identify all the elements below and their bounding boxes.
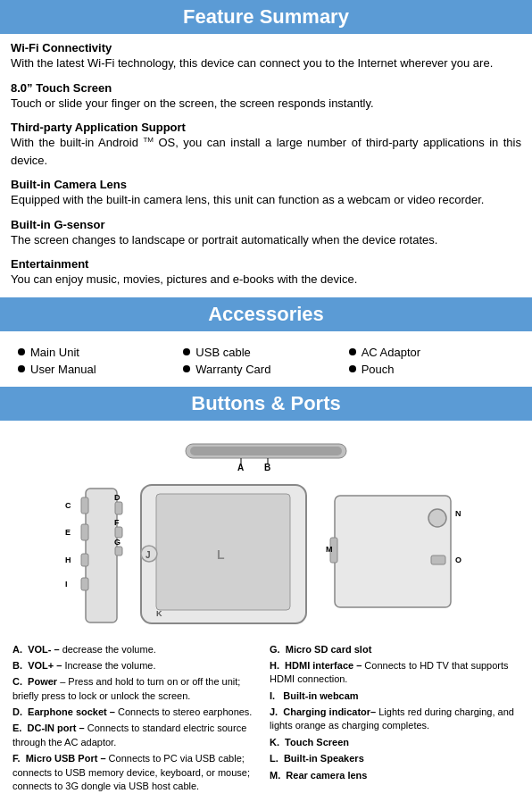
svg-rect-29 <box>431 556 445 564</box>
tablet-svg: J K L <box>137 480 315 628</box>
svg-text:M: M <box>326 545 333 554</box>
tablet-device: J K L <box>137 480 315 631</box>
btn-desc-c: C. Power – Press and hold to turn on or … <box>12 675 262 703</box>
accessory-label: Pouch <box>362 363 395 376</box>
btn-desc-j: J. Charging indicator– Lights red during… <box>270 706 520 733</box>
feature-summary-header: Feature Summary <box>0 0 532 34</box>
svg-text:O: O <box>455 556 461 564</box>
btn-desc-i: I. Built-in webcam <box>270 689 520 703</box>
feature-gsensor-text: The screen changes to landscape or portr… <box>11 231 521 249</box>
button-descriptions: A. VOL- – decrease the volume. B. VOL+ –… <box>0 639 532 800</box>
btn-desc-left-col: A. VOL- – decrease the volume. B. VOL+ –… <box>12 643 262 797</box>
feature-thirdparty-text: With the built-in Android TM OS, you can… <box>11 134 521 169</box>
feature-entertainment-title: Entertainment <box>11 257 521 271</box>
btn-desc-f: F. Micro USB Port – Connects to PC via U… <box>12 752 262 793</box>
feature-entertainment-text: You can enjoy music, movies, pictures an… <box>11 271 521 288</box>
bullet-icon <box>183 348 190 355</box>
bullet-icon <box>349 348 356 355</box>
feature-thirdparty: Third-party Application Support With the… <box>11 121 521 169</box>
accessory-ac-adaptor: AC Adaptor <box>349 346 514 359</box>
svg-text:I: I <box>65 580 68 589</box>
btn-desc-k: K. Touch Screen <box>270 736 520 749</box>
btn-desc-h: H. HDMI interface – Connects to HD TV th… <box>270 659 520 687</box>
feature-camera: Built-in Camera Lens Equipped with the b… <box>11 178 521 209</box>
accessory-main-unit: Main Unit <box>18 346 183 359</box>
accessory-label: Warranty Card <box>195 363 270 376</box>
top-bar-diagram: A B <box>16 437 516 477</box>
svg-text:N: N <box>455 509 461 518</box>
svg-text:K: K <box>156 609 162 618</box>
accessory-label: USB cable <box>195 346 250 359</box>
right-side-device: N O M <box>326 491 469 619</box>
svg-text:J: J <box>145 550 151 560</box>
svg-text:A: A <box>237 463 244 472</box>
svg-rect-12 <box>81 554 88 566</box>
svg-rect-13 <box>81 578 88 590</box>
accessory-warranty-card: Warranty Card <box>183 363 348 376</box>
main-diagram-row: C E H I D F G <box>16 480 516 631</box>
feature-thirdparty-title: Third-party Application Support <box>11 121 521 134</box>
svg-text:H: H <box>65 556 71 564</box>
accessories-header: Accessories <box>0 297 532 331</box>
device-diagram: A B <box>16 428 516 639</box>
bullet-icon <box>349 365 356 372</box>
svg-text:G: G <box>114 538 121 547</box>
left-side-svg: C E H I D F G <box>63 484 126 627</box>
left-side-device: C E H I D F G <box>63 484 126 627</box>
btn-desc-e: E. DC-IN port – Connects to standard ele… <box>12 722 262 749</box>
accessories-section: Accessories Main Unit USB cable AC Adapt… <box>0 297 532 383</box>
svg-text:L: L <box>217 547 225 562</box>
feature-summary-section: Feature Summary Wi-Fi Connectivity With … <box>0 0 532 288</box>
accessory-pouch: Pouch <box>349 363 514 376</box>
feature-gsensor-title: Built-in G-sensor <box>11 218 521 231</box>
svg-rect-10 <box>115 527 122 538</box>
feature-wifi: Wi-Fi Connectivity With the latest Wi-Fi… <box>11 41 521 72</box>
svg-rect-7 <box>81 497 88 514</box>
feature-summary-content: Wi-Fi Connectivity With the latest Wi-Fi… <box>0 41 532 288</box>
svg-rect-9 <box>81 524 88 540</box>
btn-desc-d: D. Earphone socket – Connects to stereo … <box>12 706 262 719</box>
svg-text:C: C <box>65 501 71 510</box>
accessories-grid: Main Unit USB cable AC Adaptor User Manu… <box>0 338 532 383</box>
svg-rect-6 <box>86 489 117 622</box>
btn-desc-g: G. Micro SD card slot <box>270 643 520 656</box>
btn-desc-right-col: G. Micro SD card slot H. HDMI interface … <box>270 643 520 797</box>
accessory-usb-cable: USB cable <box>183 346 348 359</box>
top-bar-svg: A B <box>177 437 355 477</box>
accessory-label: Main Unit <box>30 346 79 359</box>
svg-rect-1 <box>190 447 342 455</box>
svg-text:F: F <box>114 518 120 527</box>
accessory-label: AC Adaptor <box>362 346 421 359</box>
svg-rect-8 <box>115 502 122 514</box>
bullet-icon <box>18 365 25 372</box>
accessory-label: User Manual <box>30 363 96 376</box>
feature-touchscreen: 8.0” Touch Screen Touch or slide your fi… <box>11 81 521 113</box>
feature-wifi-title: Wi-Fi Connectivity <box>11 41 521 54</box>
btn-desc-a: A. VOL- – decrease the volume. <box>12 643 262 656</box>
buttons-ports-header: Buttons & Ports <box>0 387 532 421</box>
bullet-icon <box>183 365 190 372</box>
feature-gsensor: Built-in G-sensor The screen changes to … <box>11 218 521 249</box>
buttons-ports-section: Buttons & Ports A B <box>0 387 532 803</box>
bullet-icon <box>18 348 25 355</box>
btn-desc-m: M. Rear camera lens <box>270 769 520 782</box>
feature-wifi-text: With the latest Wi-Fi technology, this d… <box>11 54 521 72</box>
svg-text:D: D <box>114 493 121 502</box>
btn-desc-l: L. Built-in Speakers <box>270 752 520 765</box>
accessory-user-manual: User Manual <box>18 363 183 376</box>
feature-touchscreen-text: Touch or slide your finger on the screen… <box>11 95 521 113</box>
svg-text:B: B <box>264 463 270 472</box>
right-side-svg: N O M <box>326 491 469 616</box>
feature-entertainment: Entertainment You can enjoy music, movie… <box>11 257 521 288</box>
svg-text:E: E <box>65 528 71 537</box>
svg-rect-11 <box>115 547 122 556</box>
feature-touchscreen-title: 8.0” Touch Screen <box>11 81 521 95</box>
btn-desc-b: B. VOL+ – Increase the volume. <box>12 659 262 673</box>
svg-point-28 <box>428 509 446 527</box>
feature-camera-title: Built-in Camera Lens <box>11 178 521 191</box>
feature-camera-text: Equipped with the built-in camera lens, … <box>11 191 521 209</box>
